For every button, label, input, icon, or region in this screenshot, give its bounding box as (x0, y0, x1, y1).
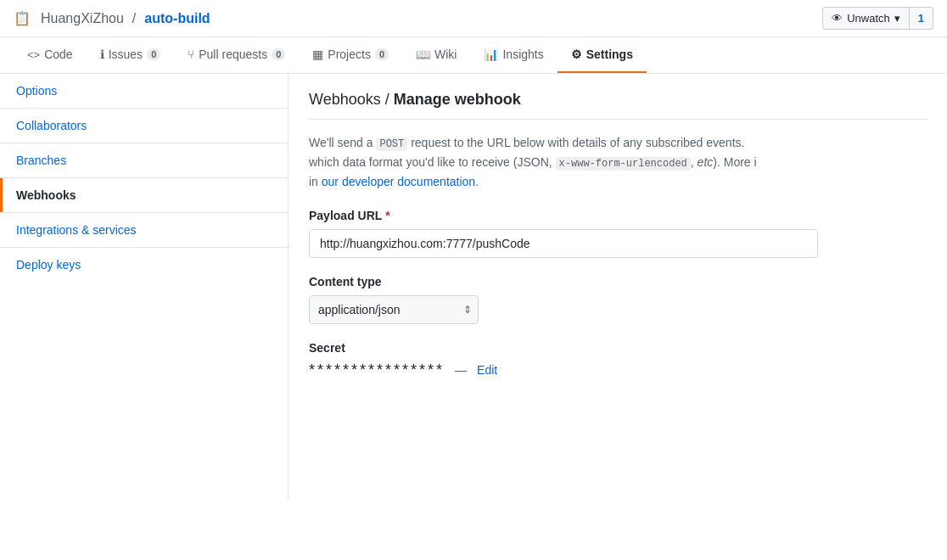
secret-dots: **************** (309, 361, 445, 379)
post-code: POST (376, 137, 407, 151)
main-content: Webhooks / Manage webhook We'll send a P… (289, 74, 947, 498)
tab-settings[interactable]: ⚙ Settings (558, 37, 647, 73)
tab-pr-label: Pull requests (199, 48, 267, 61)
secret-section: Secret **************** — Edit (309, 341, 927, 379)
watch-group: 👁 Unwatch ▾ 1 (822, 7, 933, 30)
content-type-label: Content type (309, 275, 927, 288)
secret-edit-link[interactable]: Edit (477, 363, 497, 377)
form-urlencoded-code: x-www-form-urlencoded (556, 157, 691, 171)
tab-insights-label: Insights (502, 48, 543, 61)
sidebar-item-integrations[interactable]: Integrations & services (0, 213, 288, 247)
nav-tabs: <> Code ℹ Issues 0 ⑂ Pull requests 0 ▦ P… (0, 37, 947, 74)
tab-projects[interactable]: ▦ Projects 0 (299, 37, 402, 73)
sidebar-item-branches[interactable]: Branches (0, 143, 288, 177)
repo-icon: 📋 (14, 10, 31, 26)
issues-badge: 0 (147, 48, 160, 60)
payload-url-input[interactable] (309, 229, 818, 258)
payload-url-section: Payload URL * (309, 209, 927, 258)
unwatch-button[interactable]: 👁 Unwatch ▾ (822, 7, 910, 30)
issues-icon: ℹ (100, 48, 104, 61)
settings-sidebar: Options Collaborators Branches Webhooks … (0, 74, 289, 498)
insights-icon: 📊 (484, 48, 498, 61)
content-type-select[interactable]: application/json application/x-www-form-… (309, 295, 479, 324)
tab-pull-requests[interactable]: ⑂ Pull requests 0 (174, 37, 299, 73)
secret-label: Secret (309, 341, 927, 355)
tab-issues-label: Issues (109, 48, 143, 61)
header-separator: / (132, 11, 136, 26)
tab-projects-label: Projects (328, 48, 371, 61)
pr-icon: ⑂ (188, 48, 194, 61)
sidebar-item-webhooks[interactable]: Webhooks (0, 178, 288, 212)
payload-url-label: Payload URL * (309, 209, 927, 222)
chevron-down-icon: ▾ (894, 12, 900, 25)
page-header: 📋 HuangXiZhou / auto-build 👁 Unwatch ▾ 1 (0, 0, 947, 37)
tab-code[interactable]: <> Code (14, 37, 87, 73)
content-type-wrapper: application/json application/x-www-form-… (309, 295, 479, 324)
developer-docs-link[interactable]: our developer documentation (322, 175, 475, 188)
watch-label: Unwatch (847, 12, 890, 25)
tab-wiki[interactable]: 📖 Wiki (402, 37, 470, 73)
secret-row: **************** — Edit (309, 361, 927, 379)
sidebar-item-collaborators[interactable]: Collaborators (0, 109, 288, 143)
projects-badge: 0 (375, 48, 389, 60)
intro-description: We'll send a POST request to the URL bel… (309, 133, 927, 192)
sidebar-item-options[interactable]: Options (0, 74, 288, 108)
main-layout: Options Collaborators Branches Webhooks … (0, 74, 947, 498)
breadcrumb-title: Manage webhook (394, 91, 521, 108)
content-type-section: Content type application/json applicatio… (309, 275, 927, 324)
tab-wiki-label: Wiki (434, 48, 457, 61)
code-icon: <> (27, 48, 40, 61)
header-username[interactable]: HuangXiZhou (41, 11, 124, 26)
projects-icon: ▦ (312, 48, 323, 61)
pr-badge: 0 (272, 48, 285, 60)
header-repo-name[interactable]: auto-build (144, 11, 210, 26)
tab-settings-label: Settings (586, 48, 633, 61)
settings-icon: ⚙ (571, 48, 582, 61)
sidebar-item-deploy-keys[interactable]: Deploy keys (0, 248, 288, 282)
required-star: * (385, 209, 389, 222)
breadcrumb-prefix: Webhooks / (309, 91, 389, 108)
eye-icon: 👁 (832, 12, 843, 25)
wiki-icon: 📖 (416, 48, 430, 61)
secret-separator: — (455, 363, 467, 377)
tab-insights[interactable]: 📊 Insights (470, 37, 557, 73)
tab-issues[interactable]: ℹ Issues 0 (87, 37, 175, 73)
tab-code-label: Code (44, 48, 72, 61)
page-title: Webhooks / Manage webhook (309, 91, 927, 120)
watch-count[interactable]: 1 (910, 7, 933, 30)
